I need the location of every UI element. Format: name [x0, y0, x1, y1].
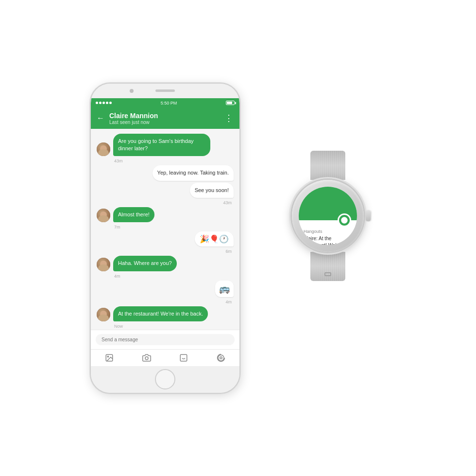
app-header: ← Claire Mannion Last seen just now ⋮: [91, 108, 239, 129]
phone-device: 5:50 PM ← Claire Mannion Last seen just …: [90, 83, 240, 394]
watch-band-bottom: [310, 252, 345, 281]
avatar-image: [97, 142, 110, 156]
message-text: Are you going to Sam's birthday dinner l…: [118, 138, 194, 151]
avatar-image: [97, 308, 110, 321]
svg-point-1: [108, 356, 109, 357]
scene: 5:50 PM ← Claire Mannion Last seen just …: [0, 0, 476, 476]
avatar: [97, 209, 110, 222]
avatar: [97, 258, 110, 271]
message-timestamp: 4m: [97, 300, 232, 304]
svg-point-5: [218, 355, 224, 361]
svg-point-4: [220, 356, 222, 359]
signal-dot: [99, 102, 102, 104]
message-timestamp: 43m: [114, 159, 234, 163]
message-timestamp: Now: [114, 324, 234, 329]
battery-icon: [226, 101, 235, 105]
status-time: 5:50 PM: [161, 101, 177, 106]
status-bar: 5:50 PM: [91, 98, 239, 108]
header-info: Claire Mannion Last seen just now: [109, 112, 220, 125]
message-input[interactable]: [96, 334, 235, 345]
emoji-text: 🎉🎈🕐: [200, 235, 229, 243]
message-text: Haha. Where are you?: [118, 260, 172, 266]
watch-buckle: [324, 272, 331, 276]
message-row: Almost there!: [97, 207, 234, 222]
watch-case: Hangouts Claire: At the restaurant! We'r…: [292, 180, 364, 252]
watch-app-name: Hangouts: [304, 229, 352, 234]
watch-message: Claire: At the restaurant! We're in the …: [304, 235, 352, 245]
message-text: At the restaurant! We're in the back.: [118, 311, 203, 317]
signal-dot: [106, 102, 108, 104]
camera-icon[interactable]: [141, 353, 152, 363]
signal-dot: [109, 102, 112, 104]
message-row: Haha. Where are you?: [97, 256, 234, 271]
chat-area: Are you going to Sam's birthday dinner l…: [91, 129, 239, 330]
battery-fill: [227, 102, 232, 104]
message-row: 🚌: [97, 281, 234, 297]
message-bubble: At the restaurant! We're in the back.: [113, 306, 208, 321]
message-row: 🎉🎈🕐: [97, 231, 234, 247]
message-text: Almost there!: [118, 212, 150, 217]
image-icon[interactable]: [104, 353, 115, 363]
hangouts-icon: [338, 213, 351, 227]
message-row: See you soon!: [97, 183, 234, 198]
contact-name: Claire Mannion: [109, 112, 220, 120]
signal-dots: [96, 102, 112, 104]
toolbar-bar: [91, 349, 239, 366]
watch-band-top: [310, 151, 345, 180]
message-bubble: See you soon!: [190, 183, 234, 198]
message-row: At the restaurant! We're in the back.: [97, 306, 234, 321]
more-options-button[interactable]: ⋮: [224, 113, 234, 123]
avatar: [97, 308, 110, 321]
message-bubble: Almost there!: [113, 207, 154, 222]
message-row: Are you going to Sam's birthday dinner l…: [97, 134, 234, 157]
signal-dot: [102, 102, 105, 104]
train-emoji: 🚌: [219, 284, 230, 294]
phone-bottom-bar: [91, 366, 239, 393]
watch-crown: [366, 211, 371, 221]
message-bubble: Haha. Where are you?: [113, 256, 177, 271]
home-button[interactable]: [155, 369, 175, 389]
svg-point-2: [145, 356, 148, 359]
message-bubble: Are you going to Sam's birthday dinner l…: [113, 134, 210, 157]
message-row: Yep, leaving now. Taking train.: [97, 165, 234, 180]
message-text: See you soon!: [195, 187, 229, 193]
phone-top-bar: [91, 84, 239, 98]
message-bubble: Yep, leaving now. Taking train.: [153, 165, 234, 180]
message-text: Yep, leaving now. Taking train.: [157, 170, 229, 176]
location-icon[interactable]: [216, 353, 226, 363]
avatar-image: [97, 258, 110, 271]
emoji-bubble: 🎉🎈🕐: [195, 231, 234, 247]
sticker-icon[interactable]: [178, 353, 189, 363]
avatar-image: [97, 209, 110, 222]
message-timestamp: 4m: [114, 274, 234, 279]
phone-speaker: [155, 89, 175, 92]
phone-screen: 5:50 PM ← Claire Mannion Last seen just …: [91, 98, 239, 366]
message-timestamp: 7m: [114, 225, 234, 229]
phone-camera: [130, 89, 134, 93]
signal-dot: [96, 102, 98, 104]
message-timestamp: 43m: [97, 200, 232, 205]
watch-device: Hangouts Claire: At the restaurant! We'r…: [270, 151, 386, 326]
train-bubble: 🚌: [215, 281, 234, 297]
watch-screen: Hangouts Claire: At the restaurant! We'r…: [299, 187, 357, 245]
avatar: [97, 142, 110, 156]
back-button[interactable]: ←: [97, 114, 104, 123]
contact-status: Last seen just now: [109, 120, 220, 125]
watch-screen-green: [299, 187, 357, 221]
svg-rect-3: [181, 354, 187, 361]
input-bar: [91, 330, 239, 349]
message-timestamp: 6m: [97, 249, 232, 254]
